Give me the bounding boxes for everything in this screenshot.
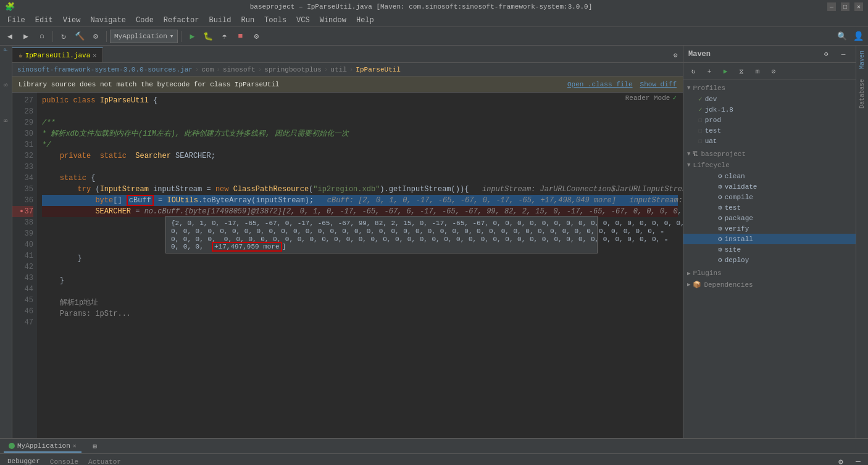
run-button[interactable]: ▶ <box>185 29 199 44</box>
debug-value-popup: {2, 0, 1, 0, -17, -65, -67, 0, -17, -65,… <box>165 216 598 253</box>
code-line-28 <box>42 106 678 117</box>
coverage-button[interactable]: ☂ <box>217 29 232 44</box>
maven-clean[interactable]: ⚙ clean <box>683 171 856 181</box>
debug-expand-button[interactable]: ⊞ <box>88 439 102 454</box>
menubar-item-run[interactable]: Run <box>236 15 259 26</box>
tab-bar: ☕ IpParseUtil.java ✕ ⚙ <box>12 46 683 63</box>
maven-plugins-header[interactable]: ▶ Plugins <box>683 268 856 279</box>
maven-deploy[interactable]: ⚙ deploy <box>683 255 856 265</box>
show-diff-link[interactable]: Show diff <box>640 81 677 88</box>
debug-tab-console-btn[interactable]: Console <box>45 456 83 466</box>
deps-label: Dependencies <box>704 281 753 289</box>
maven-validate[interactable]: ⚙ validate <box>683 181 856 192</box>
menubar-item-navigate[interactable]: Navigate <box>85 15 131 26</box>
debug-tab-debugger[interactable]: MyApplication ✕ <box>4 440 81 453</box>
breadcrumb-jar[interactable]: sinosoft-framework-system-3.0.0-sources.… <box>17 66 193 73</box>
reader-mode-indicator[interactable]: Reader Mode ✓ <box>625 94 677 102</box>
maven-package[interactable]: ⚙ package <box>683 213 856 223</box>
maven-reload-button[interactable]: ↻ <box>686 64 701 79</box>
menubar-item-help[interactable]: Help <box>351 15 379 26</box>
maven-verify[interactable]: ⚙ verify <box>683 223 856 234</box>
line-num-27: 27 <box>12 95 33 106</box>
debug-run-button[interactable]: 🐛 <box>201 29 215 44</box>
debug-hide-button[interactable]: — <box>851 455 866 466</box>
breadcrumb-sinosoft[interactable]: sinosoft <box>223 66 256 73</box>
breadcrumb-com[interactable]: com <box>201 66 214 73</box>
menubar-item-edit[interactable]: Edit <box>30 15 58 26</box>
line-num-44: 44 <box>12 284 33 295</box>
plugins-arrow: ▶ <box>687 270 690 277</box>
forward-button[interactable]: ▶ <box>19 29 33 44</box>
profile-test-label: test <box>705 127 721 134</box>
project-icon[interactable]: P <box>1 48 12 51</box>
maven-profile-prod[interactable]: ☐ prod <box>683 115 856 125</box>
maven-profile-jdk[interactable]: ✓ jdk-1.8 <box>683 104 856 115</box>
vtab-maven[interactable]: Maven <box>858 46 867 74</box>
maven-toggle-button[interactable]: m <box>750 64 765 79</box>
active-tab[interactable]: ☕ IpParseUtil.java ✕ <box>12 47 103 62</box>
maven-lifecycle-header[interactable]: ▼ Lifecycle <box>683 160 856 171</box>
maven-stop-button[interactable]: ⧖ <box>734 64 749 79</box>
line-num-43: 43 <box>12 273 33 284</box>
menubar-item-window[interactable]: Window <box>315 15 351 26</box>
code-line-31: */ <box>42 139 678 150</box>
menubar-item-view[interactable]: View <box>58 15 86 26</box>
breadcrumb-class[interactable]: IpParseUtil <box>356 66 401 73</box>
app-selector[interactable]: MyApplication ▾ <box>110 30 178 43</box>
maven-site[interactable]: ⚙ site <box>683 244 856 255</box>
menubar-item-file[interactable]: File <box>2 15 30 26</box>
maven-profile-uat[interactable]: ☐ uat <box>683 136 856 146</box>
minimize-button[interactable]: — <box>827 2 836 11</box>
code-content[interactable]: public class IpParseUtil { /** * 解析xdb文件… <box>37 93 683 438</box>
menubar-item-refactor[interactable]: Refactor <box>159 15 204 26</box>
maximize-button[interactable]: □ <box>841 2 849 11</box>
maven-profiles-header[interactable]: ▼ Profiles <box>683 83 856 94</box>
close-button[interactable]: ✕ <box>854 2 863 11</box>
maven-compile[interactable]: ⚙ compile <box>683 192 856 202</box>
run-config-button[interactable]: ⚙ <box>88 29 103 44</box>
settings-button[interactable]: ⚙ <box>249 29 264 44</box>
maven-test[interactable]: ⚙ test <box>683 202 856 213</box>
home-button[interactable]: ⌂ <box>35 29 49 44</box>
popup-line2: 0, 0, 0, 0, 0, 0, 0, 0, 0, 0, 0, 0, 0, 0… <box>171 227 592 235</box>
maven-baseproject-header[interactable]: ▼ 🏗 baseproject <box>683 149 856 160</box>
open-class-file-link[interactable]: Open .class file <box>567 81 633 88</box>
search-everywhere-button[interactable]: 🔍 <box>835 29 849 44</box>
debug-tab-debugger-btn[interactable]: Debugger <box>2 456 45 466</box>
breadcrumb-springbootplus[interactable]: springbootplus <box>264 66 321 73</box>
maven-run-button[interactable]: ▶ <box>718 64 733 79</box>
refresh-button[interactable]: ↻ <box>56 29 71 44</box>
structure-icon[interactable]: S <box>1 83 12 86</box>
debug-close-icon[interactable]: ✕ <box>73 442 77 450</box>
build-button[interactable]: 🔨 <box>72 29 87 44</box>
menubar-item-vcs[interactable]: VCS <box>291 15 315 26</box>
tab-close-button[interactable]: ✕ <box>93 52 96 59</box>
maven-install[interactable]: ⚙ install <box>683 234 856 244</box>
tab-settings-button[interactable]: ⚙ <box>668 47 683 62</box>
maven-add-button[interactable]: + <box>702 64 717 79</box>
user-icon[interactable]: 👤 <box>851 29 866 44</box>
maven-profile-test[interactable]: ☐ test <box>683 125 856 136</box>
session-active-dot <box>9 443 15 449</box>
menubar-item-code[interactable]: Code <box>131 15 159 26</box>
line-num-30: 30 <box>12 128 33 139</box>
menubar: FileEditViewNavigateCodeRefactorBuildRun… <box>0 14 868 27</box>
debug-settings-button[interactable]: ⚙ <box>833 455 848 466</box>
reader-mode-label: Reader Mode <box>625 94 670 102</box>
bookmarks-icon[interactable]: B <box>1 119 12 122</box>
back-button[interactable]: ◀ <box>2 29 17 44</box>
debug-tab-actuator-btn[interactable]: Actuator <box>83 456 126 466</box>
menubar-item-build[interactable]: Build <box>204 15 236 26</box>
maven-collapse-button[interactable]: — <box>836 47 851 62</box>
breadcrumb-util[interactable]: util <box>330 66 346 73</box>
compile-gear: ⚙ <box>718 193 722 201</box>
line-num-47: 47 <box>12 317 33 328</box>
debug-panel: MyApplication ✕ ⊞ Debugger Console Actua… <box>0 438 868 465</box>
maven-skip-button[interactable]: ⊘ <box>766 64 781 79</box>
vtab-database[interactable]: Database <box>858 74 867 113</box>
maven-dependencies-header[interactable]: ▶ 📦 Dependencies <box>683 279 856 290</box>
stop-button[interactable]: ■ <box>233 29 248 44</box>
menubar-item-tools[interactable]: Tools <box>259 15 291 26</box>
maven-settings-button[interactable]: ⚙ <box>819 47 833 62</box>
maven-profile-dev[interactable]: ✓ dev <box>683 94 856 104</box>
